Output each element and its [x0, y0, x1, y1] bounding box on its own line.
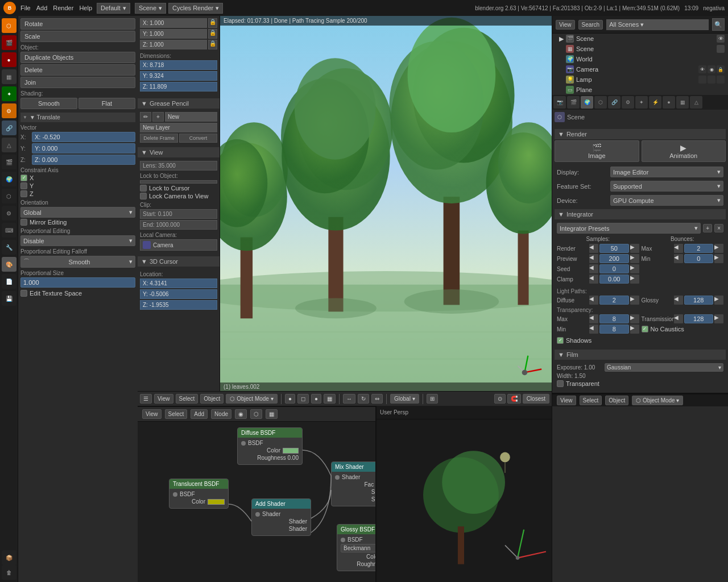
tab-render[interactable]: 📷: [553, 96, 566, 109]
icon-modifier[interactable]: ⚙: [2, 206, 16, 221]
clip-start-field[interactable]: Start: 0.100: [140, 209, 217, 219]
vt-wire[interactable]: ◻: [297, 394, 309, 404]
gp-new-layer-btn[interactable]: New Layer: [140, 123, 217, 132]
preview-samples-dec[interactable]: ◀: [589, 254, 598, 263]
filter-dropdown[interactable]: Gaussian▾: [605, 363, 723, 372]
diffuse-field[interactable]: 2: [599, 296, 629, 305]
prop-falloff-dropdown[interactable]: ⌒ Smooth▾: [20, 256, 135, 268]
nd-diff-color[interactable]: [283, 448, 299, 454]
vt-texture[interactable]: ▦: [324, 394, 336, 404]
rb-select-btn[interactable]: Select: [580, 396, 602, 405]
device-dropdown[interactable]: GPU Compute▾: [610, 195, 723, 206]
menu-add[interactable]: Add: [36, 5, 48, 11]
icon-bottom2[interactable]: 🗑: [2, 565, 16, 580]
icon-render[interactable]: 🎬: [2, 35, 16, 50]
render-section-header[interactable]: ▼ Render: [555, 129, 726, 139]
diffuse-dec[interactable]: ◀: [589, 296, 598, 305]
outliner-renderlayers[interactable]: ▦ Scene: [552, 44, 728, 54]
vt-menu-btn[interactable]: ☰: [140, 394, 152, 404]
max-field[interactable]: 2: [684, 244, 714, 253]
dim-dx[interactable]: X: 8.718: [140, 60, 217, 70]
min-field[interactable]: 0: [684, 254, 714, 263]
icon-constraints[interactable]: 🔗: [2, 120, 16, 135]
diffuse-inc[interactable]: ▶: [630, 296, 639, 305]
edit-texture-cb[interactable]: [20, 290, 27, 297]
tmin-dec[interactable]: ◀: [589, 325, 598, 334]
outliner-world[interactable]: 🌍 World: [552, 54, 728, 64]
icon-physics[interactable]: ⚙: [2, 103, 16, 118]
ne-menu[interactable]: View: [142, 409, 162, 419]
vt-rotate[interactable]: ↻: [358, 394, 369, 404]
tab-particles[interactable]: ✦: [635, 96, 648, 109]
outliner-lamp[interactable]: 💡 Lamp: [552, 74, 728, 85]
lock-cursor-cb[interactable]: [140, 185, 147, 192]
node-glossy-bsdf[interactable]: Glossy BSDF BSDF Beckmann Color: [337, 524, 375, 571]
y-axis-cb[interactable]: [20, 182, 27, 189]
vt-mode-select[interactable]: ⬡ Object Mode ▾: [226, 394, 278, 404]
seed-dec[interactable]: ◀: [589, 264, 598, 273]
rb-view-btn[interactable]: View: [557, 396, 576, 405]
no-caustics-cb[interactable]: [642, 326, 648, 332]
scene-selector[interactable]: Scene ▾: [135, 3, 166, 14]
ne-icon2[interactable]: ⬡: [250, 409, 262, 419]
render-samples-dec[interactable]: ◀: [589, 244, 598, 253]
smooth-button[interactable]: Smooth: [20, 98, 77, 109]
glossy-field[interactable]: 128: [684, 296, 714, 305]
ne-icon3[interactable]: ▦: [266, 409, 278, 419]
tab-texture[interactable]: ▦: [676, 96, 689, 109]
shadows-cb[interactable]: [557, 337, 564, 344]
view-section[interactable]: ▼ View: [138, 147, 220, 157]
ne-node-menu[interactable]: Node: [211, 409, 231, 419]
lock-camera-cb[interactable]: [140, 193, 147, 199]
node-add-shader[interactable]: Add Shader Shader Shader: [251, 498, 311, 536]
nd-color-swatch[interactable]: [208, 499, 225, 505]
min-dec[interactable]: ◀: [674, 254, 683, 263]
ne-add[interactable]: Add: [191, 409, 208, 419]
clamp-field[interactable]: 0.00: [599, 275, 629, 284]
render-samples-field[interactable]: 50: [599, 244, 629, 253]
node-mix-shader1[interactable]: Mix Shader Shader Fac 0.400: [331, 462, 375, 506]
icon-texture[interactable]: ▦: [2, 69, 16, 84]
icon-bottom1[interactable]: 📦: [2, 550, 16, 565]
icon-theme[interactable]: 🎨: [2, 257, 16, 272]
vector-y-field[interactable]: Y: 0.000: [32, 143, 135, 153]
display-dropdown[interactable]: Image Editor▾: [610, 167, 723, 177]
icon-scene[interactable]: 🎬: [2, 155, 16, 169]
engine-selector[interactable]: Cycles Render ▾: [168, 3, 223, 14]
lamp-lock[interactable]: [717, 76, 725, 84]
icon-world[interactable]: 🌍: [2, 172, 16, 186]
rb-object-btn[interactable]: Object: [605, 396, 628, 405]
dim-lock-z[interactable]: 🔒: [208, 40, 217, 49]
vt-transform[interactable]: ↔: [343, 394, 355, 404]
node-diffuse-bsdf[interactable]: Diffuse BSDF BSDF Color: [237, 427, 303, 465]
lamp-eye[interactable]: [698, 76, 706, 84]
icon-view3d[interactable]: ⬡: [2, 18, 16, 33]
vt-object-btn[interactable]: Object: [200, 394, 224, 404]
menu-render[interactable]: Render: [53, 5, 73, 11]
cursor-y[interactable]: Y: -0.5006: [140, 289, 217, 299]
menu-help[interactable]: Help: [79, 5, 92, 11]
icon-system[interactable]: 💾: [2, 291, 16, 306]
prop-size-field[interactable]: 1.000: [20, 277, 135, 288]
ne-select[interactable]: Select: [165, 409, 188, 419]
cursor-section[interactable]: ▼ 3D Cursor: [138, 256, 220, 267]
gp-add-icon[interactable]: +: [152, 112, 164, 122]
clip-end-field[interactable]: End: 1000.000: [140, 220, 217, 230]
film-section-header[interactable]: ▼ Film: [555, 350, 726, 360]
mirror-cb[interactable]: [20, 219, 27, 226]
vt-orientation-select[interactable]: Global ▾: [390, 394, 419, 404]
tab-material[interactable]: ●: [663, 96, 675, 109]
gp-convert-btn[interactable]: Convert: [179, 134, 217, 143]
scene-eye[interactable]: 👁: [717, 35, 725, 43]
lock-object-field[interactable]: [140, 180, 217, 184]
rotate-button[interactable]: Rotate: [20, 18, 135, 30]
preview-samples-field[interactable]: 200: [599, 254, 629, 263]
clamp-dec[interactable]: ◀: [589, 275, 598, 284]
icon-addons[interactable]: 🔧: [2, 240, 16, 255]
tmax-field[interactable]: 8: [599, 314, 629, 323]
tab-data[interactable]: △: [690, 96, 702, 109]
tab-object[interactable]: ⬡: [594, 96, 607, 109]
cam-eye[interactable]: 👁: [698, 65, 706, 73]
trans-field[interactable]: 128: [684, 314, 714, 323]
vt-scale-tool[interactable]: ⇔: [371, 394, 383, 404]
